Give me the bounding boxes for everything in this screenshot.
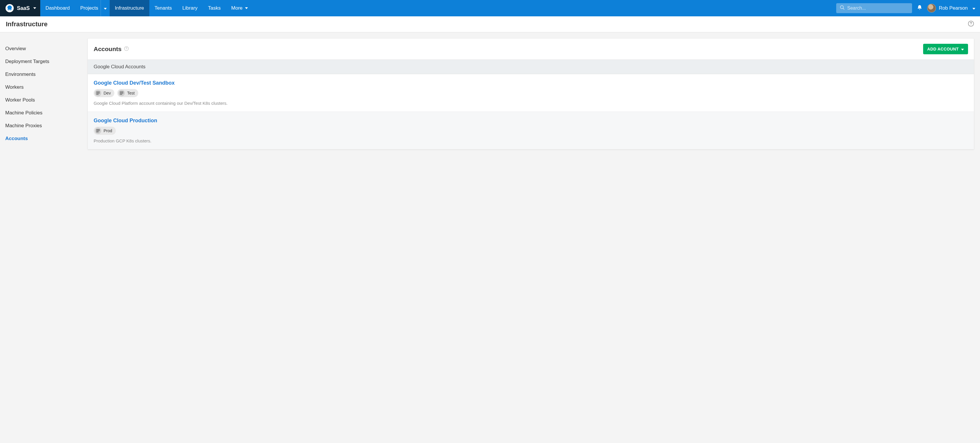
nav-label: Tasks	[208, 5, 221, 11]
nav-projects[interactable]: Projects	[75, 0, 100, 16]
svg-rect-12	[120, 94, 122, 94]
nav-tenants[interactable]: Tenants	[150, 0, 177, 16]
svg-rect-7	[96, 92, 100, 92]
account-row[interactable]: Google Cloud Production Prod Production …	[88, 112, 974, 149]
page-header: Infrastructure	[0, 16, 980, 32]
svg-rect-14	[96, 131, 100, 131]
user-menu[interactable]: Rob Pearson	[927, 4, 968, 13]
search-box[interactable]	[836, 3, 912, 13]
sidebar-item-label: Deployment Targets	[5, 59, 49, 64]
sidebar-item-label: Accounts	[5, 136, 28, 141]
add-account-button[interactable]: ADD ACCOUNT	[923, 44, 968, 54]
bell-icon	[917, 5, 923, 12]
accounts-card: Accounts ADD ACCOUNT	[88, 38, 974, 150]
card-help-icon[interactable]	[124, 46, 129, 53]
caret-down-icon	[104, 6, 107, 11]
sidebar-item-label: Machine Policies	[5, 110, 43, 116]
svg-point-4	[970, 25, 971, 25]
environment-chip: Dev	[94, 89, 115, 97]
account-description: Production GCP K8s clusters.	[94, 138, 968, 143]
user-name: Rob Pearson	[939, 5, 968, 11]
svg-rect-15	[96, 132, 99, 132]
user-menu-caret[interactable]	[972, 6, 975, 11]
chip-label: Prod	[103, 128, 112, 133]
add-account-label: ADD ACCOUNT	[927, 47, 959, 51]
account-tags: Dev Test	[94, 89, 968, 97]
svg-rect-10	[120, 92, 123, 92]
card-title-text: Accounts	[94, 46, 122, 53]
sidebar-item-label: Workers	[5, 84, 24, 90]
nav-label: Library	[182, 5, 197, 11]
sidebar-item-accounts[interactable]: Accounts	[5, 132, 88, 145]
account-name: Google Cloud Dev/Test Sandbox	[94, 80, 968, 86]
sidebar-item-worker-pools[interactable]: Worker Pools	[5, 94, 88, 107]
nav-label: More	[231, 5, 243, 11]
sidebar-item-deployment-targets[interactable]: Deployment Targets	[5, 55, 88, 68]
nav-more[interactable]: More	[226, 0, 253, 16]
svg-rect-9	[96, 94, 99, 94]
caret-down-icon	[972, 6, 975, 11]
nav-library[interactable]: Library	[177, 0, 203, 16]
environment-chip: Prod	[94, 127, 116, 135]
nav-infrastructure[interactable]: Infrastructure	[110, 0, 150, 16]
svg-rect-13	[96, 129, 100, 130]
octopus-logo-icon	[5, 4, 14, 13]
card-title: Accounts	[94, 46, 129, 53]
nav-tasks[interactable]: Tasks	[203, 0, 226, 16]
nav-label: Tenants	[154, 5, 172, 11]
sidebar-item-environments[interactable]: Environments	[5, 68, 88, 81]
notifications-button[interactable]	[917, 5, 923, 12]
sidebar-item-label: Environments	[5, 72, 36, 77]
account-row[interactable]: Google Cloud Dev/Test Sandbox Dev Test	[88, 74, 974, 112]
nav-label: Infrastructure	[115, 5, 144, 11]
account-tags: Prod	[94, 127, 968, 135]
sidebar-item-label: Overview	[5, 46, 26, 51]
chip-label: Dev	[103, 91, 111, 96]
sidebar-item-label: Worker Pools	[5, 97, 35, 103]
help-button[interactable]	[968, 21, 974, 28]
caret-down-icon	[961, 47, 964, 51]
page-title: Infrastructure	[6, 21, 48, 28]
sidebar-item-workers[interactable]: Workers	[5, 81, 88, 94]
svg-rect-11	[120, 93, 123, 93]
sidebar-item-machine-policies[interactable]: Machine Policies	[5, 107, 88, 120]
body: Overview Deployment Targets Environments…	[0, 32, 980, 161]
svg-rect-8	[96, 93, 100, 93]
brand-name: SaaS	[17, 5, 30, 11]
main-content: Accounts ADD ACCOUNT	[88, 32, 980, 161]
nav-dashboard[interactable]: Dashboard	[40, 0, 75, 16]
search-input[interactable]	[847, 6, 908, 11]
card-header: Accounts ADD ACCOUNT	[88, 38, 974, 59]
chip-label: Test	[127, 91, 135, 96]
environment-chip: Test	[117, 89, 138, 97]
caret-down-icon	[33, 7, 36, 9]
environment-icon	[95, 90, 101, 96]
nav-items: Dashboard Projects Infrastructure Tenant…	[40, 0, 253, 16]
environment-icon	[118, 90, 125, 96]
svg-point-1	[840, 6, 843, 9]
sidebar-item-overview[interactable]: Overview	[5, 42, 88, 55]
brand-switcher[interactable]: SaaS	[0, 0, 40, 16]
search-icon	[840, 5, 845, 11]
nav-label: Projects	[80, 5, 98, 11]
topnav-right: Rob Pearson	[836, 0, 980, 16]
nav-projects-caret[interactable]	[100, 0, 110, 16]
sidebar: Overview Deployment Targets Environments…	[0, 32, 88, 145]
account-description: Google Cloud Platform account containing…	[94, 101, 968, 106]
section-header: Google Cloud Accounts	[88, 59, 974, 74]
account-name: Google Cloud Production	[94, 118, 968, 124]
sidebar-item-machine-proxies[interactable]: Machine Proxies	[5, 120, 88, 132]
avatar	[927, 4, 936, 13]
nav-label: Dashboard	[46, 5, 70, 11]
caret-down-icon	[245, 7, 248, 9]
sidebar-item-label: Machine Proxies	[5, 123, 42, 128]
nav-projects-group: Projects	[75, 0, 110, 16]
svg-line-2	[843, 8, 845, 10]
environment-icon	[95, 127, 101, 134]
section-title: Google Cloud Accounts	[94, 64, 146, 69]
top-nav: SaaS Dashboard Projects Infrastructure T…	[0, 0, 980, 16]
